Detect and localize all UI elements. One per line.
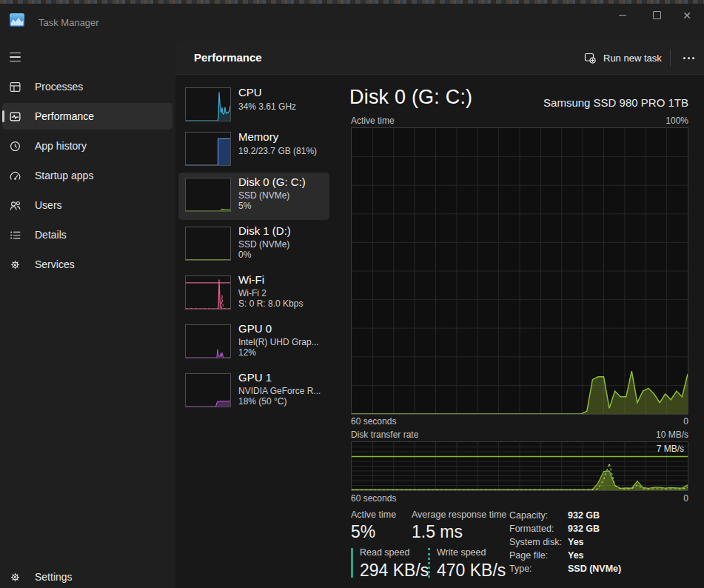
- sidebar-item-label: Users: [35, 199, 62, 211]
- processes-icon: [9, 81, 21, 93]
- maximize-button[interactable]: [640, 5, 674, 25]
- avg-response-stat-value: 1.5 ms: [412, 522, 463, 542]
- detail-label: Page file:: [509, 550, 548, 561]
- minimize-icon: [619, 15, 626, 16]
- perf-item-cpu[interactable]: CPU 34% 3.61 GHz: [178, 84, 329, 125]
- avg-response-stat-label: Average response time: [412, 510, 506, 520]
- write-speed-value: 470 KB/s: [437, 561, 506, 581]
- perf-item-detail: 18% (50 °C): [238, 396, 287, 407]
- perf-item-wifi[interactable]: Wi-Fi Wi-Fi 2 S: 0 R: 8.0 Kbps: [178, 270, 329, 319]
- active-time-chart: [351, 127, 688, 415]
- detail-label: Formatted:: [509, 524, 554, 534]
- perf-item-detail: 5%: [238, 201, 251, 211]
- sidebar-item-label: Settings: [35, 571, 73, 583]
- run-new-task-label: Run new task: [603, 53, 662, 64]
- startup-apps-icon: [9, 170, 21, 182]
- close-icon: ✕: [683, 10, 691, 21]
- perf-item-detail: 34% 3.61 GHz: [238, 101, 296, 112]
- detail-value: 932 GB: [568, 510, 600, 521]
- page-title: Performance: [194, 51, 262, 64]
- sidebar-item-label: Processes: [35, 81, 83, 93]
- gpu0-mini-chart: [185, 324, 231, 358]
- header-divider: [670, 49, 671, 67]
- transfer-rate-chart: 7 MB/s: [351, 441, 688, 491]
- transfer-y-max: 10 MB/s: [351, 430, 688, 440]
- sidebar-item-performance[interactable]: Performance: [2, 103, 172, 130]
- gear-icon: [9, 571, 21, 584]
- sidebar-item-app-history[interactable]: App history: [2, 133, 172, 159]
- detail-value: 932 GB: [568, 524, 600, 534]
- navigation-menu-button[interactable]: [6, 47, 27, 67]
- sidebar-item-processes[interactable]: Processes: [2, 73, 172, 100]
- new-task-icon: [584, 52, 596, 64]
- sidebar-item-label: App history: [35, 140, 87, 152]
- performance-icon: [9, 110, 21, 123]
- disk0-mini-chart: [185, 178, 231, 212]
- write-speed-label: Write speed: [437, 547, 486, 558]
- memory-mini-chart: [185, 132, 231, 166]
- perf-item-disk1[interactable]: Disk 1 (D:) SSD (NVMe) 0%: [178, 221, 329, 270]
- detail-label: System disk:: [509, 537, 562, 547]
- run-new-task-button[interactable]: Run new task: [580, 48, 666, 67]
- perf-item-detail: S: 0 R: 8.0 Kbps: [238, 298, 303, 309]
- read-speed-label: Read speed: [360, 547, 409, 558]
- perf-item-detail: SSD (NVMe): [238, 239, 289, 250]
- perf-item-gpu0[interactable]: GPU 0 Intel(R) UHD Grap... 12%: [178, 319, 329, 368]
- hamburger-icon: [10, 53, 21, 53]
- wifi-mini-chart: [185, 275, 231, 310]
- cpu-mini-chart: [185, 87, 231, 121]
- perf-item-title: CPU: [238, 86, 262, 98]
- minimize-button[interactable]: [606, 5, 640, 25]
- perf-item-detail: 12%: [238, 347, 256, 358]
- ellipsis-icon: [683, 57, 685, 59]
- perf-item-detail: Intel(R) UHD Grap...: [238, 337, 319, 347]
- task-manager-window: Task Manager ✕ Processes Performance: [0, 0, 704, 588]
- detail-value: SSD (NVMe): [568, 564, 621, 574]
- sidebar-item-services[interactable]: Services: [2, 251, 172, 278]
- close-button[interactable]: ✕: [670, 5, 704, 25]
- sidebar-item-settings[interactable]: Settings: [2, 564, 172, 588]
- details-icon: [9, 229, 21, 241]
- read-speed-indicator: [351, 548, 353, 578]
- sidebar-item-users[interactable]: Users: [2, 192, 172, 218]
- detail-label: Type:: [509, 564, 532, 574]
- app-history-icon: [9, 140, 21, 153]
- write-speed-indicator: [428, 548, 430, 578]
- detail-label: Capacity:: [509, 510, 548, 521]
- more-options-button[interactable]: [677, 49, 700, 67]
- perf-item-detail: 0%: [238, 250, 251, 260]
- device-name: Samsung SSD 980 PRO 1TB: [351, 96, 688, 109]
- sidebar-item-label: Startup apps: [35, 170, 93, 181]
- task-manager-app-icon: [10, 13, 24, 27]
- perf-item-title: GPU 0: [238, 322, 272, 335]
- perf-item-detail: Wi-Fi 2: [238, 288, 266, 298]
- perf-item-title: Memory: [238, 130, 278, 143]
- active-time-stat-label: Active time: [351, 510, 396, 520]
- disk1-mini-chart: [185, 227, 231, 261]
- perf-item-title: GPU 1: [238, 371, 272, 384]
- users-icon: [9, 199, 21, 212]
- perf-item-title: Disk 0 (G: C:): [238, 176, 306, 188]
- perf-item-title: Wi-Fi: [238, 273, 264, 286]
- selected-indicator: [2, 110, 4, 122]
- active-time-y-max: 100%: [351, 116, 688, 126]
- app-title: Task Manager: [38, 17, 99, 28]
- x-axis-right-label: 0: [351, 493, 688, 504]
- perf-item-detail: 19.2/23.7 GB (81%): [238, 146, 317, 156]
- sidebar-item-label: Services: [35, 258, 75, 270]
- detail-value: Yes: [568, 537, 584, 547]
- gpu1-mini-chart: [185, 373, 231, 407]
- sidebar-item-startup-apps[interactable]: Startup apps: [2, 162, 172, 189]
- perf-item-disk0[interactable]: Disk 0 (G: C:) SSD (NVMe) 5%: [178, 173, 329, 220]
- sidebar-item-label: Performance: [35, 110, 94, 122]
- perf-item-detail: NVIDIA GeForce R...: [238, 386, 321, 396]
- titlebar: Task Manager ✕: [0, 4, 704, 41]
- perf-item-gpu1[interactable]: GPU 1 NVIDIA GeForce R... 18% (50 °C): [178, 368, 329, 417]
- perf-item-detail: SSD (NVMe): [238, 190, 289, 201]
- maximize-icon: [653, 11, 661, 19]
- x-axis-right-label: 0: [351, 416, 688, 427]
- perf-item-memory[interactable]: Memory 19.2/23.7 GB (81%): [178, 128, 329, 170]
- sidebar-item-details[interactable]: Details: [2, 221, 172, 248]
- services-icon: [9, 258, 21, 271]
- active-time-stat-value: 5%: [351, 522, 375, 542]
